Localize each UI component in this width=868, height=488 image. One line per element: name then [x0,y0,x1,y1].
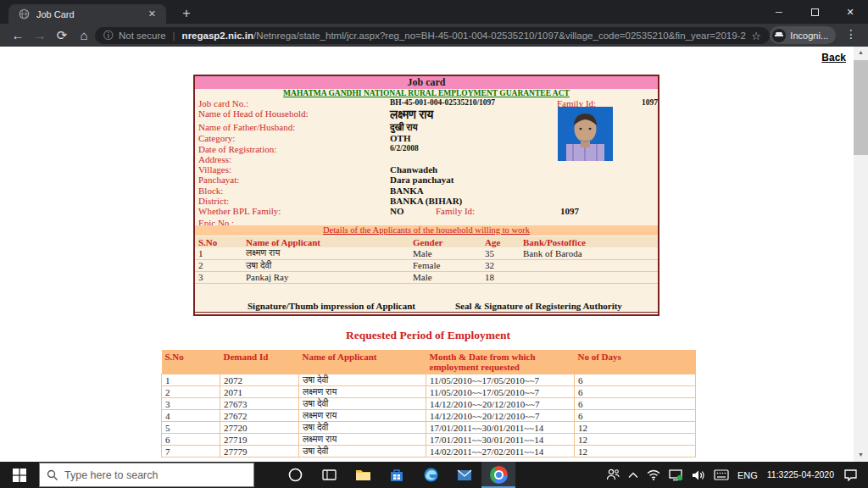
table-cell: 4 [162,410,220,422]
back-link[interactable]: Back [821,52,846,64]
browser-toolbar: ← → ⟳ ⌂ ⓘ Not secure | nregasp2.nic.in /… [0,24,868,47]
job-card-title: Job card [195,76,658,89]
reload-icon[interactable]: ⟳ [53,26,71,45]
table-cell: उषा देवी [299,374,426,386]
field-value: Chanwadeh [390,164,437,175]
tab-job-card[interactable]: Job Card ✕ [8,4,166,24]
table-cell: 27672 [220,410,299,422]
incognito-badge[interactable]: Incogni... [770,26,836,44]
chevron-up-icon [628,472,638,479]
field-label: Name of Father/Husband: [198,122,295,132]
table-cell: उषा देवी [299,422,426,434]
scroll-up-icon[interactable]: ▲ [854,47,868,59]
table-cell: 6 [575,374,696,386]
applicants-band: Details of the Applicants of the househo… [195,225,658,236]
table-cell: 1 [195,247,242,259]
new-tab-button[interactable]: + [176,3,197,24]
chrome-button[interactable] [481,462,515,488]
field-value: BANKA [390,186,424,196]
table-cell: उषा देवी [242,259,409,271]
network-status-button[interactable] [665,462,687,488]
forward-nav-icon[interactable]: → [31,26,49,45]
scroll-down-icon[interactable]: ▼ [854,449,868,462]
table-cell [520,271,658,283]
people-button[interactable] [602,462,624,488]
table-cell: 27720 [220,422,299,434]
restore-button[interactable] [797,0,832,24]
tab-bar: Job Card ✕ + ─ ✕ [0,0,868,24]
back-nav-icon[interactable]: ← [8,26,27,45]
table-cell: उषा देवी [299,398,426,410]
taskbar-clock[interactable]: 11:32 25-04-2020 [762,462,839,488]
job-card: Job card MAHATMA GANDHI NATIONAL RURAL E… [193,75,659,316]
keyboard-icon [714,469,729,480]
tab-title: Job Card [36,9,145,19]
table-cell: Female [409,259,481,271]
signature-row: Signature/Thumb impression of Applicant … [195,301,658,313]
mail-icon [457,469,472,481]
menu-kebab-icon[interactable]: ⋮ [843,27,860,41]
action-center-button[interactable] [839,462,868,488]
column-header: Demand Id [220,350,299,374]
minimize-button[interactable]: ─ [761,0,797,24]
info-icon[interactable]: ⓘ [103,29,114,43]
applicants-table: S.NoName of ApplicantGenderAgeBank/Posto… [195,236,658,284]
table-cell: 27673 [220,398,299,410]
field-value: Dara panchayat [390,175,453,185]
table-cell: Male [409,247,481,259]
wifi-button[interactable] [643,462,665,488]
search-input[interactable] [64,469,234,481]
close-button[interactable]: ✕ [832,0,868,24]
family-id-value: 1097 [560,206,579,216]
speaker-icon [692,469,705,481]
column-header: S.No [162,350,220,374]
nrega-act-link[interactable]: MAHATMA GANDHI NATIONAL RURAL EMPLOYMENT… [283,89,570,97]
task-view-button[interactable] [312,462,346,488]
scrollbar-thumb[interactable] [854,60,868,155]
table-cell: उषा देवी [299,446,426,458]
start-button[interactable] [0,462,39,488]
language-indicator[interactable]: ENG [733,462,762,488]
table-cell: Pankaj Ray [242,271,409,283]
chrome-icon [490,466,508,484]
clock-time: 11:32 [767,469,789,480]
table-row: 427672लक्ष्मण राय14/12/2010~~20/12/2010~… [162,410,696,422]
mail-button[interactable] [448,462,481,488]
taskbar-search[interactable] [39,463,254,487]
family-id-value: 1097 [642,98,658,107]
table-cell: 6 [575,386,696,398]
field-value: 6/2/2008 [390,144,419,152]
tray-expand-button[interactable] [624,462,643,488]
field-label: Villages: [198,164,231,175]
table-cell: लक्ष्मण राय [299,386,426,398]
taskbar: ENG 11:32 25-04-2020 [0,462,868,488]
home-icon[interactable]: ⌂ [75,26,93,45]
act-line: MAHATMA GANDHI NATIONAL RURAL EMPLOYMENT… [195,89,658,98]
tab-close-icon[interactable]: ✕ [145,8,159,19]
touch-keyboard-button[interactable] [709,462,733,488]
clock-date: 25-04-2020 [788,469,834,480]
table-cell: 27779 [220,446,299,458]
cortana-button[interactable] [278,462,312,488]
table-cell: Bank of Baroda [520,247,658,259]
card-field-row: District:BANKA (BIHAR) [195,196,658,206]
edge-button[interactable] [414,462,448,488]
field-label: Name of Head of Household: [198,108,309,119]
address-bar[interactable]: ⓘ Not secure | nregasp2.nic.in /Netnrega… [95,27,770,44]
table-cell: लक्ष्मण राय [299,410,426,422]
table-cell: 18 [481,271,520,283]
file-explorer-button[interactable] [346,462,380,488]
table-row: 2उषा देवीFemale32 [195,259,658,271]
table-cell: 12 [575,422,696,434]
table-cell: 11/05/2010~~17/05/2010~~7 [426,374,575,386]
url-path: /Netnrega/state_html/jcr.aspx?reg_no=BH-… [253,30,746,41]
table-cell: 17/01/2011~~30/01/2011~~14 [426,422,575,434]
volume-button[interactable] [687,462,709,488]
vertical-scrollbar[interactable]: ▲ ▼ [854,47,868,462]
bookmark-star-icon[interactable]: ☆ [751,30,761,42]
column-header: Name of Applicant [299,350,426,374]
table-cell: 11/05/2010~~17/05/2010~~7 [426,386,575,398]
not-secure-label: Not secure [119,30,166,41]
store-button[interactable] [380,462,414,488]
people-icon [606,469,620,481]
